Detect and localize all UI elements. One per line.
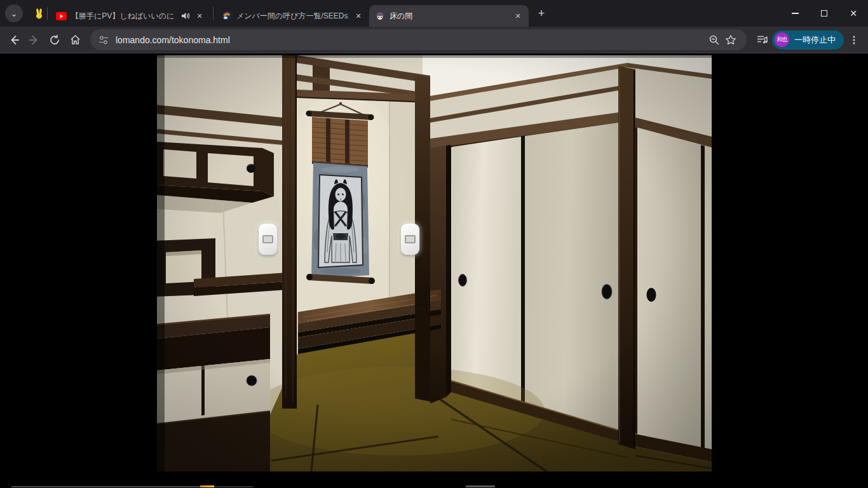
vignette	[157, 55, 712, 471]
taskbar-sliver-accent	[200, 485, 214, 487]
restore-button[interactable]	[810, 0, 839, 27]
audio-playing-icon[interactable]	[181, 12, 190, 20]
tab-separator	[213, 7, 214, 20]
taskbar-sliver	[466, 485, 495, 487]
restore-icon	[821, 10, 827, 17]
minimize-button[interactable]	[780, 0, 810, 27]
tokonoma-room-scene	[157, 55, 712, 471]
taskbar-sliver	[214, 486, 254, 487]
forward-button[interactable]	[24, 30, 44, 50]
wiki-icon	[222, 11, 232, 21]
sync-status-label: 一時停止中	[794, 34, 836, 46]
close-window-button[interactable]: ✕	[839, 0, 868, 27]
close-tab-icon[interactable]: ✕	[353, 11, 363, 21]
navigate-right-button[interactable]	[401, 224, 419, 255]
url-text[interactable]: lomando.com/tokonoma.html	[116, 35, 230, 45]
site-info-icon[interactable]	[98, 34, 109, 46]
reload-button[interactable]	[44, 30, 65, 50]
close-tab-icon[interactable]: ✕	[194, 11, 205, 21]
close-tab-icon[interactable]: ✕	[513, 11, 523, 21]
close-icon: ✕	[850, 8, 857, 18]
zoom-out-icon[interactable]	[706, 32, 722, 48]
tab-search-button[interactable]: ⌄	[5, 4, 23, 22]
character-icon	[375, 11, 385, 21]
navigate-left-button[interactable]	[259, 224, 277, 255]
tab-title: 【勝手にPV】しねばいいのに【っぽ	[71, 11, 177, 22]
navigate-icon	[262, 235, 273, 243]
browser-titlebar: ⌄ 【勝手にPV】しねばいいのに【っぽ ✕ メンバー間の呼び方一覧/SEEDs1	[0, 0, 868, 27]
avatar: 和也	[775, 32, 789, 47]
new-tab-button[interactable]: +	[532, 4, 550, 22]
menu-dots-icon[interactable]	[844, 30, 864, 50]
tab-separator	[47, 7, 48, 20]
tab-tokonoma-active[interactable]: 床の間 ✕	[369, 5, 529, 27]
media-controls-icon[interactable]	[752, 30, 772, 50]
bookmark-star-icon[interactable]	[722, 32, 739, 48]
youtube-icon	[56, 12, 67, 20]
home-button[interactable]	[65, 30, 85, 50]
tab-wiki[interactable]: メンバー間の呼び方一覧/SEEDs1期 ✕	[216, 5, 369, 27]
back-button[interactable]	[4, 30, 24, 50]
tab-title: メンバー間の呼び方一覧/SEEDs1期	[236, 11, 349, 22]
navigate-icon	[405, 235, 416, 243]
profile-chip[interactable]: 和也 一時停止中	[772, 30, 844, 50]
rabbit-icon[interactable]	[33, 8, 44, 19]
tab-title: 床の間	[390, 11, 508, 22]
taskbar-sliver	[11, 486, 200, 487]
address-bar[interactable]: lomando.com/tokonoma.html	[90, 29, 747, 50]
tab-youtube[interactable]: 【勝手にPV】しねばいいのに【っぽ ✕	[50, 5, 210, 27]
minimize-icon	[792, 13, 799, 14]
browser-toolbar: lomando.com/tokonoma.html 和也 一時停止中	[0, 27, 868, 53]
